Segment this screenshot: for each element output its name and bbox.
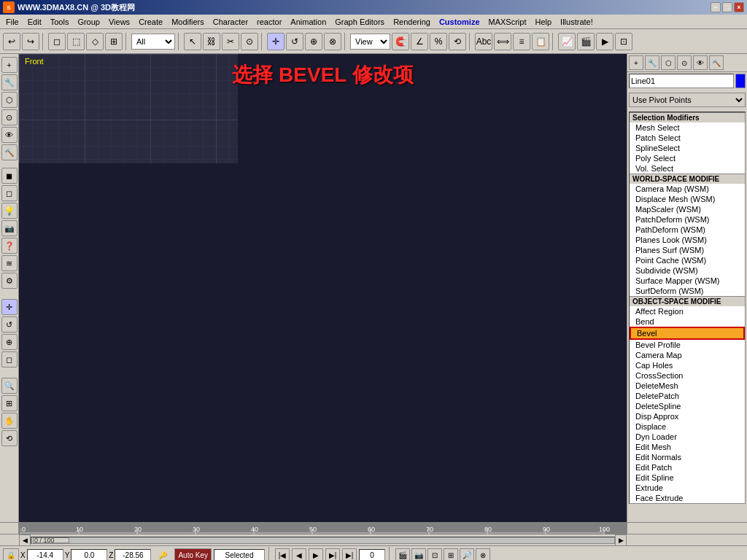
mod-planes-look-wsm[interactable]: Planes Look (WSM) [630,235,745,245]
mod-camera-map[interactable]: Camera Map [630,350,745,360]
mod-face-extrude[interactable]: Face Extrude [630,493,745,503]
mod-edit-normals[interactable]: Edit Normals [630,452,745,462]
lt-lights-btn[interactable]: 💡 [1,203,18,219]
mod-camera-map-wsm[interactable]: Camera Map (WSM) [630,184,745,194]
menu-maxscript[interactable]: MAXScript [484,17,531,27]
hscroll-left-button[interactable]: ◀ [19,534,31,546]
mod-edit-spline[interactable]: Edit Spline [630,472,745,483]
lt-hierarchy-btn[interactable]: ⬡ [1,92,18,108]
align-button[interactable]: ≡ [513,33,530,50]
mod-point-cache-wsm[interactable]: Point Cache (WSM) [630,255,745,265]
render-last-btn[interactable]: ⊡ [615,33,632,50]
select-object-button[interactable]: ↖ [184,33,201,50]
mod-subdivide-wsm[interactable]: Subdivide (WSM) [630,265,745,276]
render-btn-4[interactable]: ⊞ [444,548,458,561]
snap-spinner[interactable]: ⟲ [449,33,466,50]
menu-views[interactable]: Views [104,17,134,27]
view-dropdown[interactable]: View [350,34,390,50]
select-region-button[interactable]: ⬚ [67,33,85,50]
unlink-button[interactable]: ✂ [222,33,239,50]
lt-select-scale-btn[interactable]: ⊕ [1,334,18,350]
modifier-list[interactable]: Selection Modifiers Mesh Select Patch Se… [627,110,747,522]
lt-utilities-btn[interactable]: 🔨 [1,144,18,160]
next-frame-button[interactable]: ▶| [325,548,340,561]
undo-button[interactable]: ↩ [3,33,20,50]
rp-display-icon[interactable]: 👁 [693,55,708,70]
scale2-button[interactable]: ⊗ [324,33,341,50]
maximize-button[interactable]: □ [722,2,732,12]
snap-angle[interactable]: ∠ [411,33,428,50]
render-btn-2[interactable]: 📷 [411,548,426,561]
hscroll-right-button[interactable]: ▶ [615,534,627,546]
viewport[interactable]: Z X Front 选择 BEVEL 修改项 [19,54,627,522]
mod-bevel-profile[interactable]: Bevel Profile [630,340,745,350]
menu-reactor[interactable]: reactor [252,17,286,27]
selection-filter-dropdown[interactable]: All [131,34,175,50]
mod-delete-mesh[interactable]: DeleteMesh [630,381,745,391]
mirror-button[interactable]: ⟺ [494,33,511,50]
menu-animation[interactable]: Animation [286,17,330,27]
menu-create[interactable]: Create [134,17,167,27]
y-coord-field[interactable]: 0.0 [71,549,107,561]
play-button[interactable]: ▶ [309,548,323,561]
lt-zoom-all-btn[interactable]: ⊞ [1,395,18,411]
window-cross-button[interactable]: ⊞ [105,33,123,50]
layer-button[interactable]: 📋 [532,33,549,50]
hscroll-track[interactable]: 0 / 100 [31,537,615,544]
lt-display-btn[interactable]: 👁 [1,127,18,143]
mod-edit-patch[interactable]: Edit Patch [630,462,745,472]
menu-rendering[interactable]: Rendering [389,17,435,27]
bind-button[interactable]: ⊙ [241,33,258,50]
z-coord-field[interactable]: -28.56 [115,549,151,561]
x-coord-field[interactable]: -14.4 [27,549,63,561]
lt-create-btn[interactable]: + [1,57,18,73]
object-name-input[interactable]: Line01 [629,74,734,88]
mod-affect-region[interactable]: Affect Region [630,306,745,316]
go-start-button[interactable]: |◀ [275,548,290,561]
lt-select-btn[interactable]: ◻ [1,351,18,368]
mod-cross-section[interactable]: CrossSection [630,370,745,381]
prev-frame-button[interactable]: ◀ [292,548,306,561]
mod-surfdeform-wsm[interactable]: SurfDeform (WSM) [630,286,745,296]
render-btn-3[interactable]: ⊡ [427,548,442,561]
lt-geo-btn[interactable]: ◼ [1,168,18,184]
mod-bend[interactable]: Bend [630,316,745,327]
menu-graph-editors[interactable]: Graph Editors [330,17,389,27]
menu-modifiers[interactable]: Modifiers [167,17,209,27]
pivot-dropdown[interactable]: Use Pivot Points [629,93,746,107]
lt-shapes-btn[interactable]: ◻ [1,185,18,201]
lt-zoom-btn[interactable]: 🔍 [1,378,18,394]
menu-illustrate[interactable]: Illustrate! [556,17,597,27]
close-button[interactable]: × [734,2,744,12]
mod-disp-approx[interactable]: Disp Approx [630,411,745,421]
mod-cap-holes[interactable]: Cap Holes [630,360,745,370]
go-end-button[interactable]: ▶| [342,548,357,561]
mod-dyn-loader[interactable]: Dyn Loader [630,432,745,442]
menu-tools[interactable]: Tools [46,17,74,27]
mod-surface-mapper-wsm[interactable]: Surface Mapper (WSM) [630,276,745,286]
menu-customize[interactable]: Customize [435,17,484,27]
mod-edit-mesh[interactable]: Edit Mesh [630,442,745,452]
render-btn-5[interactable]: 🔎 [460,548,474,561]
named-selection[interactable]: Abc [475,33,492,50]
mod-extrude[interactable]: Extrude [630,483,745,493]
menu-group[interactable]: Group [73,17,104,27]
lock-button[interactable]: 🔒 [3,548,19,561]
mod-patch-select[interactable]: Patch Select [630,133,745,143]
mod-planes-surf-wsm[interactable]: Planes Surf (WSM) [630,245,745,255]
quick-render-btn[interactable]: ▶ [596,33,614,50]
menu-character[interactable]: Character [209,17,252,27]
mod-bevel[interactable]: Bevel [630,327,745,340]
lt-systems-btn[interactable]: ⚙ [1,273,18,289]
graph-editors-btn[interactable]: 📈 [558,33,576,50]
redo-button[interactable]: ↪ [22,33,39,50]
render-btn-1[interactable]: 🎬 [395,548,410,561]
mod-displace[interactable]: Displace [630,421,745,432]
mod-delete-spline[interactable]: DeleteSpline [630,401,745,411]
snap-percent[interactable]: % [430,33,447,50]
frame-field[interactable]: 0 [359,549,385,561]
mod-spline-select[interactable]: SplineSelect [630,143,745,153]
lt-motion-btn[interactable]: ⊙ [1,109,18,125]
lt-pan-btn[interactable]: ✋ [1,413,18,429]
rotate-button[interactable]: ↺ [286,33,303,50]
